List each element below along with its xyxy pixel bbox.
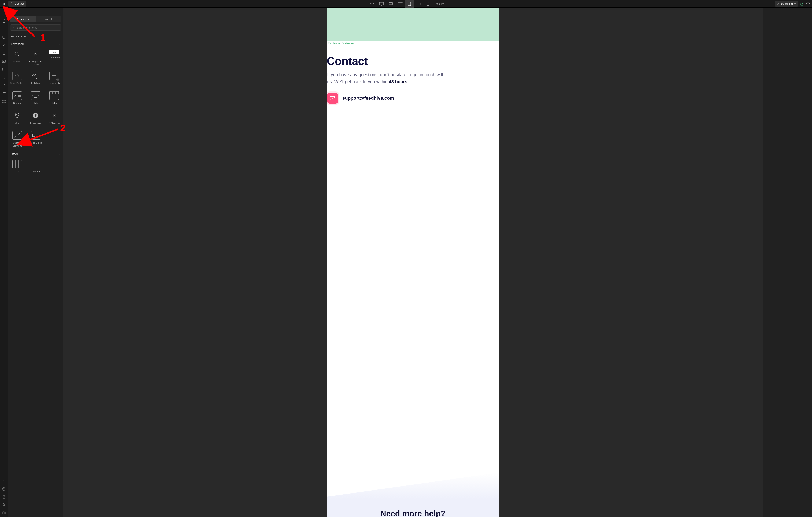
rail-video[interactable] (0, 509, 8, 517)
svg-rect-33 (32, 134, 33, 137)
svg-point-23 (3, 504, 5, 506)
svg-rect-17 (2, 102, 3, 103)
svg-rect-18 (4, 102, 5, 103)
canvas-width-readout: 768PX (436, 2, 445, 5)
page-chip-label: Contact (14, 2, 24, 5)
device-frame[interactable]: Header (instance) Contact If you have an… (327, 8, 499, 517)
bp-tablet[interactable] (405, 0, 414, 8)
code-icon (12, 72, 22, 80)
svg-rect-10 (2, 60, 5, 62)
rail-cms[interactable] (0, 65, 8, 73)
more-breakpoints[interactable]: ••• (368, 0, 377, 8)
svg-rect-34 (330, 96, 335, 100)
rail-ecommerce[interactable] (0, 89, 8, 97)
header-instance[interactable] (327, 8, 499, 41)
el-navbar[interactable]: Navbar (8, 89, 26, 109)
rail-assets[interactable] (0, 57, 8, 65)
svg-rect-3 (390, 5, 391, 5)
rail-styles[interactable] (0, 49, 8, 57)
svg-point-26 (15, 52, 18, 55)
svg-point-12 (3, 76, 3, 76)
svg-point-20 (2, 487, 5, 490)
el-map[interactable]: Map (8, 109, 26, 129)
chevron-down-icon (58, 42, 61, 46)
el-twitter[interactable]: X (Twitter) (45, 109, 63, 129)
el-grid[interactable]: Grid (8, 158, 26, 178)
left-rail (0, 8, 8, 517)
svg-point-29 (35, 97, 36, 98)
selection-label[interactable]: Header (instance) (328, 42, 353, 45)
rail-add[interactable] (0, 9, 8, 17)
svg-rect-4 (398, 2, 402, 5)
svg-line-5 (402, 1, 403, 2)
help-section[interactable]: Need more help? (327, 472, 499, 517)
bp-tablet-landscape[interactable] (396, 0, 405, 8)
page-chip[interactable]: Contact (8, 1, 26, 6)
page-icon (10, 2, 13, 5)
el-search[interactable]: Search (8, 48, 26, 69)
status-ok-icon[interactable] (800, 2, 804, 6)
slider-icon (31, 91, 40, 100)
el-columns[interactable]: Columns (27, 158, 45, 178)
magnifier-icon (12, 50, 22, 58)
bp-mobile[interactable] (423, 0, 433, 8)
page-title[interactable]: Contact (327, 54, 499, 67)
help-heading[interactable]: Need more help? (380, 509, 445, 517)
bp-desktop[interactable] (386, 0, 396, 8)
el-slider[interactable]: Slider (27, 89, 45, 109)
list-item-form-button[interactable]: Form Button (8, 33, 63, 40)
support-email[interactable]: support@feedhive.com (342, 96, 394, 101)
intro-paragraph[interactable]: If you have any questions, don't hesitat… (327, 71, 445, 85)
svg-rect-6 (408, 2, 411, 5)
bp-desktop-large[interactable] (377, 0, 386, 8)
svg-rect-2 (389, 2, 393, 5)
tab-layouts[interactable]: Layouts (36, 16, 61, 22)
svg-point-30 (36, 97, 36, 98)
rail-find[interactable] (0, 501, 8, 509)
rail-settings[interactable] (0, 477, 8, 485)
category-advanced[interactable]: Advanced (8, 40, 63, 48)
el-bg-video[interactable]: Background Video (27, 48, 45, 69)
el-code-block[interactable]: Code Block (27, 129, 45, 150)
brush-icon (777, 3, 780, 5)
locales-icon (50, 72, 59, 80)
rail-components[interactable] (0, 33, 8, 41)
pin-icon (12, 111, 22, 120)
tab-elements[interactable]: Elements (10, 16, 36, 22)
el-locales-list[interactable]: Locales List (45, 70, 63, 89)
el-code-embed[interactable]: Code Embed (8, 70, 26, 89)
webflow-logo[interactable] (1, 1, 7, 6)
el-facebook[interactable]: Facebook (27, 109, 45, 129)
el-tabs[interactable]: Tabs (45, 89, 63, 109)
rail-pages[interactable] (0, 17, 8, 25)
export-code-button[interactable] (806, 2, 810, 6)
el-dropdown[interactable]: Drop▾ Dropdown (45, 48, 63, 69)
svg-rect-7 (417, 3, 420, 5)
tabs-icon (50, 91, 59, 100)
rail-logic[interactable] (0, 73, 8, 81)
rail-audit[interactable] (0, 493, 8, 501)
svg-rect-15 (2, 100, 3, 101)
search-input[interactable] (10, 24, 61, 31)
rail-navigator[interactable] (0, 25, 8, 33)
bp-mobile-landscape[interactable] (414, 0, 423, 8)
svg-rect-8 (427, 2, 429, 5)
email-row[interactable]: support@feedhive.com (327, 93, 499, 104)
svg-point-21 (4, 489, 4, 490)
svg-point-13 (5, 78, 5, 79)
el-lightbox[interactable]: Lightbox (27, 70, 45, 89)
rail-apps[interactable] (0, 97, 8, 105)
svg-point-28 (34, 97, 35, 98)
el-custom-element[interactable]: Custom Element (8, 129, 26, 150)
play-icon (31, 50, 40, 58)
rail-users[interactable] (0, 81, 8, 89)
rail-variables[interactable] (0, 41, 8, 49)
chevron-down-icon (58, 153, 61, 156)
top-bar: Contact ••• 768PX Designing (0, 0, 812, 8)
rail-help[interactable] (0, 485, 8, 493)
category-other[interactable]: Other (8, 150, 63, 158)
svg-point-9 (4, 53, 4, 54)
svg-point-11 (3, 68, 5, 69)
panel-title: Add (8, 8, 63, 16)
mode-designing-button[interactable]: Designing (775, 1, 798, 6)
